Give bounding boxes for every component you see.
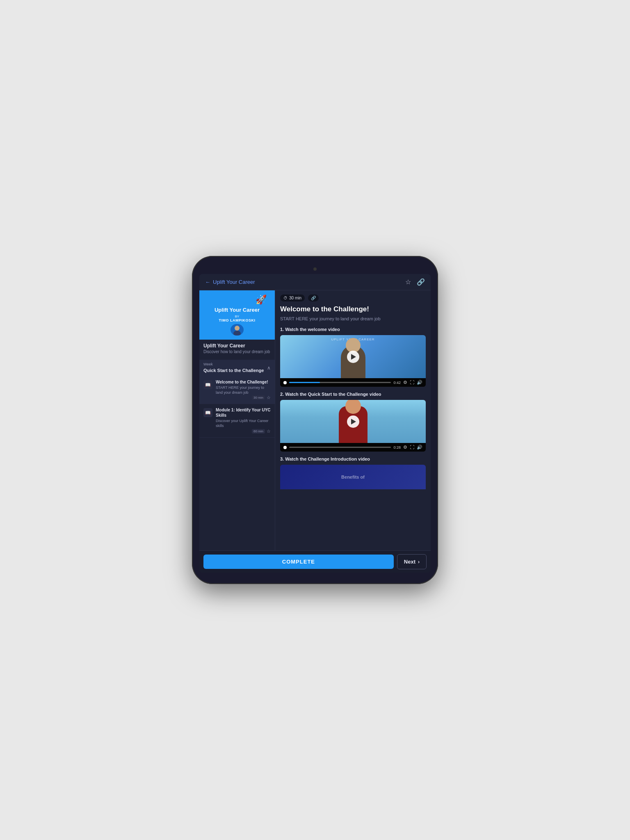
progress-bar[interactable]: [289, 382, 391, 383]
complete-button[interactable]: COMPLETE: [203, 555, 394, 569]
back-button[interactable]: ← Uplift Your Career: [205, 279, 255, 285]
lesson-duration: 60 min: [252, 429, 265, 434]
lesson-meta: 60 min ☆: [216, 429, 271, 434]
video-player-1[interactable]: UPLIFT YOUR CAREER: [280, 335, 426, 387]
video-controls: 0:42 ⚙ ⛶ 🔊: [280, 378, 426, 387]
tablet-device: ← Uplift Your Career ☆ 🔗 🚀 Uplift Your C…: [192, 256, 438, 584]
clock-icon: ⏱: [283, 296, 288, 300]
chevron-up-icon: ∧: [267, 365, 271, 371]
header: ← Uplift Your Career ☆ 🔗: [199, 274, 431, 290]
lesson-info: Module 1: Identify Your UYC Skills Disco…: [216, 407, 271, 434]
next-button[interactable]: Next ›: [397, 554, 427, 569]
week-label: Week: [203, 362, 264, 366]
cover-author: TIMO LAMPIKOSKI: [219, 318, 256, 322]
volume-icon-2[interactable]: 🔊: [417, 445, 422, 450]
week-section: Week Quick Start to the Challenge ∧ 📖: [199, 360, 275, 438]
tablet-camera: [313, 267, 317, 271]
tablet-screen: ← Uplift Your Career ☆ 🔗 🚀 Uplift Your C…: [199, 274, 431, 573]
partial-video-text: Benefits of: [341, 475, 365, 479]
right-panel: ⏱ 30 min 🔗 Welcome to the Challenge! STA…: [275, 290, 431, 550]
back-icon: ←: [205, 279, 210, 285]
lesson-desc: Discover your Uplift Your Career skills: [216, 419, 271, 428]
time-value: 30 min: [289, 296, 301, 300]
svg-point-1: [235, 326, 240, 331]
link-badge[interactable]: 🔗: [308, 294, 319, 301]
progress-fill: [289, 382, 320, 383]
content-title: Welcome to the Challenge!: [280, 305, 426, 314]
lesson-icon-wrap: 📖: [203, 408, 212, 417]
course-cover: 🚀 Uplift Your Career BY TIMO LAMPIKOSKI: [199, 290, 275, 340]
cover-by-label: BY: [235, 315, 240, 318]
video-time: 0:42: [393, 381, 401, 385]
book-icon: 📖: [205, 410, 211, 415]
video-ctrl-icons-2: ⚙ ⛶ 🔊: [403, 445, 422, 450]
star-icon[interactable]: ☆: [405, 278, 411, 286]
progress-dot-2: [283, 446, 287, 449]
play-button[interactable]: [347, 351, 359, 363]
header-icons: ☆ 🔗: [405, 278, 425, 286]
play-icon-2: [351, 419, 356, 425]
next-label: Next: [404, 559, 415, 565]
video-ctrl-icons: ⚙ ⛶ 🔊: [403, 380, 422, 385]
avatar: [231, 324, 244, 336]
link-icon[interactable]: 🔗: [417, 278, 425, 286]
lesson-item[interactable]: 📖 Welcome to the Challenge! START HERE y…: [199, 376, 275, 404]
settings-icon-2[interactable]: ⚙: [403, 445, 407, 450]
fullscreen-icon-2[interactable]: ⛶: [410, 445, 414, 450]
step1-label: 1. Watch the welcome video: [280, 327, 426, 332]
video-player-3[interactable]: Benefits of: [280, 465, 426, 489]
progress-dot: [283, 381, 287, 384]
left-panel: 🚀 Uplift Your Career BY TIMO LAMPIKOSKI: [199, 290, 275, 550]
lesson-desc: START HERE your journey to land your dre…: [216, 386, 271, 395]
week-info: Week Quick Start to the Challenge: [203, 362, 264, 374]
video-thumbnail-1: UPLIFT YOUR CAREER: [280, 335, 426, 378]
progress-bar-2[interactable]: [289, 447, 391, 448]
lesson-name: Module 1: Identify Your UYC Skills: [216, 407, 271, 418]
video-thumbnail-2: [280, 400, 426, 443]
step2-label: 2. Watch the Quick Start to the Challeng…: [280, 392, 426, 397]
play-button-2[interactable]: [347, 415, 359, 428]
fullscreen-icon[interactable]: ⛶: [410, 380, 414, 385]
lesson-info: Welcome to the Challenge! START HERE you…: [216, 379, 271, 400]
person-head-2: [345, 400, 361, 414]
step3-label: 3. Watch the Challenge Introduction vide…: [280, 457, 426, 461]
volume-icon[interactable]: 🔊: [417, 380, 422, 385]
course-title: Uplift Your Career: [203, 343, 271, 349]
content-meta: ⏱ 30 min 🔗: [280, 294, 426, 301]
back-label: Uplift Your Career: [213, 279, 255, 285]
avatar-image: [231, 324, 243, 336]
lesson-item[interactable]: 📖 Module 1: Identify Your UYC Skills Dis…: [199, 404, 275, 437]
week-header[interactable]: Week Quick Start to the Challenge ∧: [199, 360, 275, 376]
settings-icon[interactable]: ⚙: [403, 380, 407, 385]
lesson-duration: 30 min: [252, 395, 265, 400]
video-time-2: 0:28: [393, 445, 401, 450]
book-icon: 📖: [205, 382, 211, 388]
lesson-meta: 30 min ☆: [216, 395, 271, 400]
cover-title: Uplift Your Career: [215, 307, 260, 314]
bottom-bar: COMPLETE Next ›: [199, 550, 431, 573]
lesson-name: Welcome to the Challenge!: [216, 379, 271, 385]
time-badge: ⏱ 30 min: [280, 294, 305, 301]
course-info: Uplift Your Career Discover how to land …: [199, 340, 275, 357]
lesson-list: 📖 Welcome to the Challenge! START HERE y…: [199, 376, 275, 438]
video-controls-2: 0:28 ⚙ ⛶ 🔊: [280, 443, 426, 452]
video-player-2[interactable]: 0:28 ⚙ ⛶ 🔊: [280, 400, 426, 452]
week-title: Quick Start to the Challenge: [203, 368, 264, 373]
main-content: 🚀 Uplift Your Career BY TIMO LAMPIKOSKI: [199, 290, 431, 550]
lesson-icon-wrap: 📖: [203, 380, 212, 389]
play-icon: [351, 354, 356, 360]
arrow-right-icon: ›: [418, 559, 420, 565]
lesson-star-icon[interactable]: ☆: [267, 395, 271, 400]
course-subtitle: Discover how to land your dream job: [203, 349, 271, 354]
lesson-star-icon[interactable]: ☆: [267, 429, 271, 434]
rocket-icon: 🚀: [256, 294, 267, 305]
content-description: START HERE your journey to land your dre…: [280, 316, 426, 322]
